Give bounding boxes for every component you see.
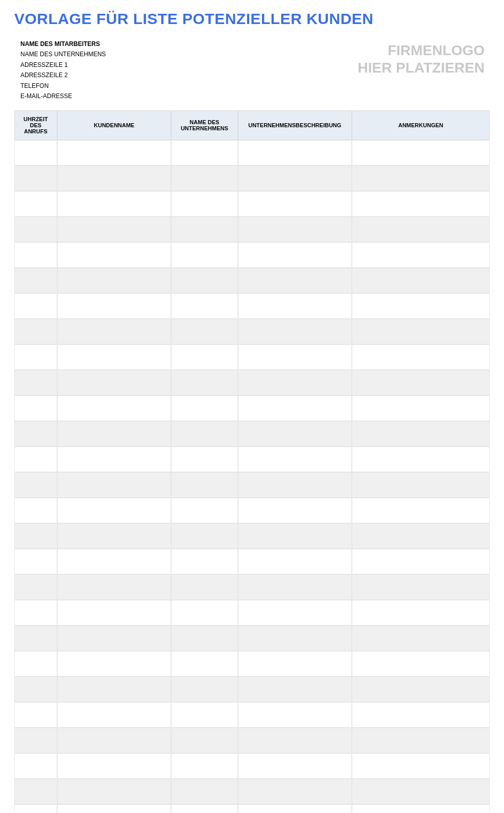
table-cell[interactable] bbox=[14, 191, 57, 217]
table-cell[interactable] bbox=[238, 293, 352, 319]
table-cell[interactable] bbox=[14, 140, 57, 166]
table-cell[interactable] bbox=[14, 498, 57, 523]
table-cell[interactable] bbox=[14, 702, 57, 728]
table-cell[interactable] bbox=[14, 421, 57, 447]
table-cell[interactable] bbox=[352, 344, 490, 370]
table-cell[interactable] bbox=[57, 728, 171, 753]
table-cell[interactable] bbox=[57, 600, 171, 625]
table-cell[interactable] bbox=[57, 472, 171, 498]
table-cell[interactable] bbox=[238, 140, 352, 166]
table-cell[interactable] bbox=[14, 804, 57, 813]
table-cell[interactable] bbox=[57, 677, 171, 702]
table-cell[interactable] bbox=[238, 370, 352, 396]
table-cell[interactable] bbox=[238, 447, 352, 472]
table-cell[interactable] bbox=[171, 804, 237, 813]
table-cell[interactable] bbox=[14, 574, 57, 600]
table-cell[interactable] bbox=[171, 600, 237, 625]
table-cell[interactable] bbox=[238, 600, 352, 625]
table-cell[interactable] bbox=[57, 191, 171, 217]
table-cell[interactable] bbox=[57, 242, 171, 268]
table-cell[interactable] bbox=[14, 242, 57, 268]
table-cell[interactable] bbox=[57, 804, 171, 813]
table-cell[interactable] bbox=[14, 370, 57, 396]
table-cell[interactable] bbox=[352, 268, 490, 293]
table-cell[interactable] bbox=[171, 268, 237, 293]
table-cell[interactable] bbox=[171, 625, 237, 651]
table-cell[interactable] bbox=[352, 651, 490, 677]
table-cell[interactable] bbox=[57, 166, 171, 191]
table-cell[interactable] bbox=[238, 804, 352, 813]
table-cell[interactable] bbox=[238, 549, 352, 574]
table-cell[interactable] bbox=[57, 140, 171, 166]
table-cell[interactable] bbox=[238, 625, 352, 651]
table-cell[interactable] bbox=[57, 293, 171, 319]
table-cell[interactable] bbox=[171, 574, 237, 600]
table-cell[interactable] bbox=[238, 268, 352, 293]
table-cell[interactable] bbox=[14, 523, 57, 549]
table-cell[interactable] bbox=[171, 166, 237, 191]
table-cell[interactable] bbox=[352, 600, 490, 625]
table-cell[interactable] bbox=[14, 677, 57, 702]
table-cell[interactable] bbox=[352, 447, 490, 472]
table-cell[interactable] bbox=[57, 344, 171, 370]
table-cell[interactable] bbox=[238, 753, 352, 779]
table-cell[interactable] bbox=[14, 447, 57, 472]
table-cell[interactable] bbox=[14, 166, 57, 191]
table-cell[interactable] bbox=[238, 166, 352, 191]
table-cell[interactable] bbox=[14, 600, 57, 625]
table-cell[interactable] bbox=[238, 523, 352, 549]
table-cell[interactable] bbox=[171, 370, 237, 396]
table-cell[interactable] bbox=[238, 421, 352, 447]
table-cell[interactable] bbox=[14, 625, 57, 651]
table-cell[interactable] bbox=[57, 370, 171, 396]
table-cell[interactable] bbox=[57, 319, 171, 344]
table-cell[interactable] bbox=[57, 549, 171, 574]
table-cell[interactable] bbox=[57, 702, 171, 728]
table-cell[interactable] bbox=[171, 217, 237, 242]
table-cell[interactable] bbox=[352, 498, 490, 523]
table-cell[interactable] bbox=[238, 319, 352, 344]
table-cell[interactable] bbox=[238, 574, 352, 600]
table-cell[interactable] bbox=[57, 625, 171, 651]
table-cell[interactable] bbox=[352, 728, 490, 753]
table-cell[interactable] bbox=[14, 344, 57, 370]
table-cell[interactable] bbox=[171, 549, 237, 574]
table-cell[interactable] bbox=[57, 779, 171, 804]
table-cell[interactable] bbox=[171, 447, 237, 472]
table-cell[interactable] bbox=[57, 574, 171, 600]
table-cell[interactable] bbox=[171, 779, 237, 804]
table-cell[interactable] bbox=[171, 498, 237, 523]
table-cell[interactable] bbox=[352, 242, 490, 268]
table-cell[interactable] bbox=[238, 702, 352, 728]
table-cell[interactable] bbox=[14, 779, 57, 804]
table-cell[interactable] bbox=[352, 217, 490, 242]
table-cell[interactable] bbox=[352, 472, 490, 498]
table-cell[interactable] bbox=[352, 625, 490, 651]
table-cell[interactable] bbox=[14, 293, 57, 319]
table-cell[interactable] bbox=[14, 268, 57, 293]
table-cell[interactable] bbox=[238, 396, 352, 421]
table-cell[interactable] bbox=[352, 370, 490, 396]
table-cell[interactable] bbox=[57, 268, 171, 293]
table-cell[interactable] bbox=[14, 549, 57, 574]
table-cell[interactable] bbox=[14, 651, 57, 677]
table-cell[interactable] bbox=[171, 753, 237, 779]
table-cell[interactable] bbox=[352, 677, 490, 702]
table-cell[interactable] bbox=[238, 344, 352, 370]
table-cell[interactable] bbox=[352, 396, 490, 421]
table-cell[interactable] bbox=[352, 804, 490, 813]
table-cell[interactable] bbox=[352, 140, 490, 166]
table-cell[interactable] bbox=[352, 574, 490, 600]
table-cell[interactable] bbox=[171, 242, 237, 268]
table-cell[interactable] bbox=[171, 472, 237, 498]
table-cell[interactable] bbox=[171, 344, 237, 370]
table-cell[interactable] bbox=[238, 677, 352, 702]
table-cell[interactable] bbox=[14, 396, 57, 421]
table-cell[interactable] bbox=[238, 191, 352, 217]
table-cell[interactable] bbox=[352, 191, 490, 217]
table-cell[interactable] bbox=[352, 293, 490, 319]
table-cell[interactable] bbox=[171, 191, 237, 217]
table-cell[interactable] bbox=[171, 421, 237, 447]
table-cell[interactable] bbox=[171, 651, 237, 677]
table-cell[interactable] bbox=[14, 319, 57, 344]
